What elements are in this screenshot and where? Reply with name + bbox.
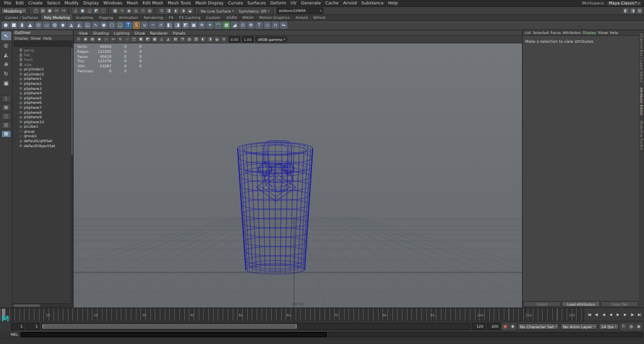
outliner-item-persp[interactable]: ◙ persp (13, 48, 73, 53)
paint-select-tool[interactable]: ◭ (1, 50, 11, 59)
auto-key-icon[interactable]: ● (502, 323, 509, 330)
shelf-extract-icon[interactable]: ◩ (182, 21, 189, 29)
toggle-channel-box-icon[interactable]: ▥ (636, 8, 643, 14)
shelf-combine-icon[interactable]: ◧ (165, 21, 173, 29)
shelf-tab[interactable]: MASH (240, 14, 256, 20)
layout-two-pane-button[interactable]: ◫ (1, 113, 11, 120)
shelf-boolean-intersect-icon[interactable]: ∩ (157, 21, 165, 29)
hud-toggle-icon[interactable]: ▤ (172, 36, 179, 43)
shelf-tab[interactable]: Curves / Surfaces (3, 14, 41, 20)
menu-item[interactable]: Edit (13, 1, 26, 6)
snap-projected-center-icon[interactable]: ◎ (133, 8, 139, 14)
lights-icon[interactable]: ◐ (200, 36, 206, 43)
safe-title-icon[interactable]: ◭ (165, 36, 172, 43)
safe-action-icon[interactable]: ◬ (158, 36, 165, 43)
shelf-sculpt-icon[interactable]: ◠ (214, 21, 222, 29)
range-slider[interactable] (41, 323, 470, 330)
shelf-tab[interactable]: Poly Modeling (42, 14, 73, 20)
redo-icon[interactable]: ↪ (60, 8, 67, 14)
fps-selector[interactable]: 24 fps ▾ (599, 323, 619, 330)
outliner-item-side[interactable]: ◙ side (13, 62, 73, 67)
shelf-separate-icon[interactable]: ◨ (174, 21, 181, 29)
view-transform-selector[interactable]: sRGB gamma ▾ (255, 36, 287, 42)
animation-start-field[interactable]: 1 (11, 323, 25, 330)
attribute-editor-menu-item[interactable]: Show (598, 31, 608, 35)
outliner-menu-item[interactable]: Display (14, 36, 28, 40)
camera-attributes-icon[interactable]: ▤ (89, 36, 96, 43)
save-scene-icon[interactable]: ▣ (47, 8, 53, 14)
command-language-toggle[interactable]: MEL (11, 333, 19, 336)
viewport-menu-item[interactable]: Shading (91, 31, 111, 35)
shelf-tab[interactable]: Sculpting (73, 14, 96, 20)
outliner-search-input[interactable] (14, 42, 72, 47)
symmetry-selector[interactable]: Symmetry: Off ▾ (237, 9, 272, 13)
gate-mask-icon[interactable]: ◩ (145, 36, 151, 43)
attribute-editor-menu-item[interactable]: Help (610, 31, 618, 35)
shelf-prism-icon[interactable]: ◭ (75, 21, 83, 29)
shelf-cube-icon[interactable]: ■ (10, 21, 18, 29)
outliner-item-pSphere8[interactable]: ▧ pSphere8 (13, 110, 73, 115)
outliner-horizontal-scrollbar[interactable] (13, 303, 73, 308)
playback-start-field[interactable]: 1 (26, 323, 40, 330)
shelf-boolean-difference-icon[interactable]: − (149, 21, 157, 29)
shelf-quad-draw-icon[interactable]: ▦ (223, 21, 230, 29)
workspace-selector[interactable]: Maya Classic* ▾ (606, 1, 642, 6)
exposure-field[interactable]: 0.00 (229, 36, 240, 42)
shelf-platonic-icon[interactable]: ◆ (59, 21, 67, 29)
ambient-occlusion-icon[interactable]: ◒ (214, 36, 220, 43)
shelf-superellipse-icon[interactable]: ▢ (116, 21, 124, 29)
copy-tab-button[interactable]: Copy Tab (601, 301, 638, 307)
outliner-item-group1[interactable]: ○ group1 (13, 134, 73, 139)
menu-item[interactable]: Display (81, 1, 101, 6)
outliner-item-pSphere4[interactable]: ▧ pSphere4 (13, 91, 73, 96)
character-set-selector[interactable]: No Character Set ▾ (518, 323, 560, 330)
undo-icon[interactable]: ↩ (53, 8, 60, 14)
shelf-tab[interactable]: FX (166, 14, 176, 20)
field-chart-icon[interactable]: ▦ (152, 36, 158, 43)
grease-pencil-icon[interactable]: ▱ (124, 36, 130, 43)
outliner-item-pCylinder1[interactable]: ▧ pCylinder1 (13, 67, 73, 72)
select-component-icon[interactable]: ◻ (86, 8, 92, 14)
go-to-end-button[interactable]: ▶| (636, 309, 643, 320)
xray-icon[interactable]: ◔ (179, 36, 186, 43)
attribute-editor-menu-item[interactable]: List (525, 31, 531, 35)
shelf-tab[interactable]: Motion Graphics (257, 14, 292, 20)
lock-camera-icon[interactable]: ◉ (82, 36, 89, 43)
shelf-torus-icon[interactable]: ◎ (35, 21, 42, 29)
shelf-tab[interactable]: Bifrost (311, 14, 328, 20)
move-tool[interactable]: ⊕ (1, 60, 11, 69)
outliner-vertical-scrollbar[interactable] (70, 47, 73, 302)
shelf-tab[interactable]: Custom (203, 14, 223, 20)
animation-end-field[interactable]: 200 (487, 323, 501, 330)
shelf-helix-icon[interactable]: ∿ (92, 21, 99, 29)
menu-item[interactable]: Surfaces (245, 1, 268, 6)
play-backward-button[interactable]: ◀ (607, 309, 614, 320)
shelf-disc-icon[interactable]: ◍ (51, 21, 58, 29)
menu-item[interactable]: Curves (226, 1, 245, 6)
set-key-icon[interactable]: ◆ (509, 323, 516, 330)
two-d-pan-zoom-icon[interactable]: ↔ (110, 36, 116, 43)
quick-selection-field[interactable]: asldove32NMA ▾ (277, 8, 323, 14)
shelf-tab[interactable]: Arnold (293, 14, 310, 20)
snap-curve-icon[interactable]: ∿ (119, 8, 125, 14)
attribute-editor-menu-item[interactable]: Focus (550, 31, 561, 35)
time-slider[interactable]: 102030405060708090100110120 (0, 308, 584, 321)
toggle-tool-settings-icon[interactable]: ◨ (630, 8, 636, 14)
viewport-canvas[interactable]: Verts: 60616 0 0 Edges: 121032 0 0 Faces… (74, 43, 522, 308)
shelf-tab[interactable]: Rendering (142, 14, 166, 20)
selection-mask-icon[interactable]: ◩ (93, 8, 99, 14)
outliner-item-front[interactable]: ◙ front (13, 57, 73, 62)
menu-item[interactable]: Windows (101, 1, 125, 6)
load-attributes-button[interactable]: Load Attributes (562, 301, 599, 307)
shelf-svg-icon[interactable]: S (133, 21, 140, 29)
layout-four-pane-button[interactable]: ▦ (1, 104, 11, 111)
anti-alias-icon[interactable]: ≡ (221, 36, 227, 43)
shelf-append-polygon-icon[interactable]: + (206, 21, 214, 29)
snap-point-icon[interactable]: ◉ (126, 8, 132, 14)
step-back-frame-button[interactable]: ◀ (600, 309, 607, 320)
image-plane-icon[interactable]: ▭ (103, 36, 109, 43)
outliner-item-pSphere3[interactable]: ▧ pSphere3 (13, 86, 73, 91)
outliner-item-group[interactable]: ○ group (13, 129, 73, 134)
shelf-fill-hole-icon[interactable]: ▣ (190, 21, 197, 29)
outliner-item-top[interactable]: ◙ top (13, 53, 73, 58)
